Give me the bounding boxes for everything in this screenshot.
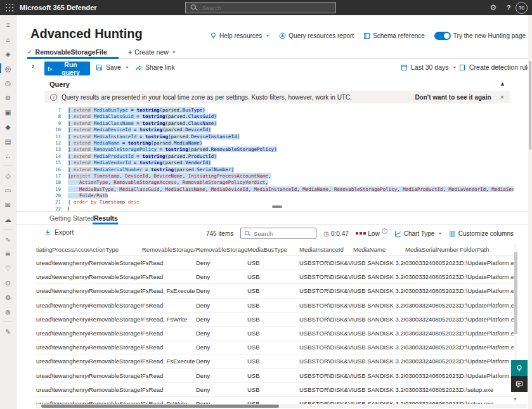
- sidebar-item-learning-hub[interactable]: ◆: [0, 119, 16, 134]
- table-row[interactable]: uread\tewanghenrych...RemovableStoragePo…: [36, 256, 514, 270]
- collapse-query-chevron[interactable]: ▲: [500, 81, 505, 87]
- sidebar-item-device-inventory[interactable]: ▭: [0, 183, 16, 197]
- create-new-tab-button[interactable]: + Create new ▼: [128, 48, 176, 56]
- code-line[interactable]: 14| extend MediaProductId = tostring(par…: [41, 152, 514, 158]
- sidebar-item-trials[interactable]: ▤: [0, 134, 16, 148]
- sidebar-item-more-resources[interactable]: ⊚: [0, 304, 16, 319]
- query-resources-report-link[interactable]: Query resources report: [279, 32, 354, 39]
- tab-getting-started[interactable]: Getting Started: [49, 214, 94, 222]
- code-line[interactable]: 15| extend MediaVendorId = tostring(pars…: [41, 158, 514, 164]
- table-row[interactable]: uread\tewanghenrych...RemovableStoragePo…: [36, 327, 514, 341]
- help-question-icon[interactable]: ?: [502, 0, 515, 15]
- column-header[interactable]: tiatingProcessAccountNa...: [36, 246, 89, 253]
- expand-schema-pane-chevron[interactable]: ›: [32, 62, 34, 70]
- close-icon[interactable]: ×: [500, 93, 504, 101]
- banner-dismiss-link[interactable]: Don't want to see it again: [415, 94, 491, 101]
- try-new-hunting-toggle[interactable]: [434, 32, 451, 40]
- results-search[interactable]: [240, 228, 316, 239]
- column-header[interactable]: RemovableStoragePolicyVer...: [196, 246, 247, 253]
- sidebar-item-threat-analytics[interactable]: ⊕: [0, 90, 16, 105]
- help-resources-link[interactable]: Help resources▼: [210, 32, 269, 39]
- code-line[interactable]: 10| extend MediaDeviceId = tostring(pars…: [41, 125, 514, 131]
- partner-catalog-icon: ∴: [6, 152, 10, 160]
- table-row[interactable]: uread\tewanghenrych...RemovableStoragePo…: [36, 354, 514, 368]
- code-token: RemovableStoragePolicy: [334, 186, 397, 192]
- sidebar-item-menu[interactable]: ≡: [0, 17, 16, 32]
- table-cell: uread\tewanghenrych...: [36, 287, 89, 294]
- page-scrollbar[interactable]: [528, 15, 532, 409]
- query-section-title: Query: [49, 81, 70, 88]
- code-line[interactable]: 8| extend MediaClassGuid = tostring(pars…: [41, 112, 514, 118]
- editor-resize-handle[interactable]: [272, 205, 282, 208]
- column-header[interactable]: MediaInstanceId: [299, 246, 353, 253]
- chart-line-icon: [394, 230, 401, 237]
- column-header[interactable]: MediaSerialNumber: [405, 246, 460, 253]
- table-cell: USBSTOR\DISK&VEN__U...: [299, 372, 353, 379]
- sidebar-item-email-collaboration[interactable]: ✉: [0, 197, 16, 212]
- global-search[interactable]: [185, 2, 336, 13]
- table-horizontal-scrollbar[interactable]: [36, 404, 528, 408]
- share-link-button[interactable]: Share link: [135, 63, 175, 71]
- chevron-down-icon: ▼: [265, 34, 269, 37]
- table-row[interactable]: uread\tewanghenrych...RemovableStoragePo…: [36, 284, 514, 298]
- tips-floating-button[interactable]: [511, 360, 528, 376]
- code-line[interactable]: 21| order by Timestamp desc: [41, 197, 514, 204]
- export-button[interactable]: Export: [44, 228, 74, 236]
- column-header[interactable]: ActionType: [89, 246, 142, 253]
- chevron-down-icon: ▼: [453, 66, 457, 69]
- code-line[interactable]: 19 MediaBusType, MediaClassGuid, MediaCl…: [41, 185, 514, 191]
- code-line[interactable]: 17|project Timestamp, DeviceId, DeviceNa…: [41, 171, 514, 178]
- sidebar-item-assets[interactable]: ◇: [0, 168, 16, 183]
- code-line[interactable]: 7| extend MediaBusType = tostring(parsed…: [41, 105, 514, 112]
- tab-results[interactable]: Results: [94, 214, 118, 222]
- table-cell: USB SANDISK 3.2GEN1 ...: [353, 316, 405, 323]
- column-header[interactable]: MediaBusType: [247, 246, 299, 253]
- code-token: Timestamp: [100, 199, 126, 205]
- code-line[interactable]: 18 ActionType, RemovableStorageAccess, R…: [41, 178, 514, 184]
- sidebar-item-incidents-alerts[interactable]: ◈: [0, 46, 16, 61]
- table-row[interactable]: uread\tewanghenrych...RemovableStoragePo…: [36, 270, 514, 284]
- sidebar-item-partner-catalog[interactable]: ∴: [0, 148, 16, 163]
- table-row[interactable]: uread\tewanghenrych...RemovableStoragePo…: [36, 299, 514, 313]
- column-header[interactable]: MediaName: [353, 246, 405, 253]
- table-row[interactable]: uread\tewanghenrych...RemovableStoragePo…: [36, 397, 514, 404]
- table-row[interactable]: uread\tewanghenrych...RemovableStoragePo…: [36, 341, 514, 354]
- table-row[interactable]: uread\tewanghenrych...RemovableStoragePo…: [36, 383, 514, 397]
- sidebar-item-customize-navigation[interactable]: ✎: [0, 324, 16, 339]
- tab-removablestoragefile[interactable]: ✓ RemovableStorageFile: [27, 48, 107, 56]
- table-row[interactable]: uread\tewanghenrych...RemovableStoragePo…: [36, 313, 514, 327]
- sidebar-item-health[interactable]: ♡: [0, 261, 16, 275]
- global-search-input[interactable]: [201, 4, 324, 12]
- customize-columns-button[interactable]: ▥ Customize columns: [449, 230, 514, 238]
- feedback-floating-button[interactable]: [511, 376, 528, 392]
- column-header[interactable]: FolderPath: [460, 246, 514, 253]
- save-button[interactable]: Save▼: [96, 63, 129, 71]
- chart-type-button[interactable]: Chart Type ▼: [394, 230, 443, 237]
- code-line[interactable]: 9| extend MediaClassName = tostring(pars…: [41, 119, 514, 125]
- code-line[interactable]: 12| extend MediaName = tostring(parsed.M…: [41, 138, 514, 145]
- scroll-down-arrow-icon[interactable]: ▼: [513, 397, 517, 401]
- run-query-button[interactable]: ▷ Run query: [44, 62, 90, 75]
- sidebar-item-audit[interactable]: ≣: [0, 246, 16, 261]
- avatar[interactable]: TC: [516, 2, 528, 14]
- sidebar-item-secure-score[interactable]: ▣: [0, 105, 16, 119]
- schema-reference-link[interactable]: Schema reference: [363, 32, 425, 39]
- time-range-button[interactable]: Last 30 days▼: [401, 63, 457, 71]
- table-row[interactable]: uread\tewanghenrych...RemovableStoragePo…: [36, 369, 514, 383]
- sidebar-item-home[interactable]: ⌂: [0, 32, 16, 46]
- sidebar-item-settings[interactable]: ⚙: [0, 290, 16, 304]
- sidebar-item-action-center[interactable]: ◷: [0, 75, 16, 90]
- sidebar-item-cloud-apps[interactable]: ☁: [0, 212, 16, 226]
- email-collaboration-icon: ✉: [5, 201, 11, 209]
- column-header[interactable]: RemovableStorageAccess: [142, 246, 196, 253]
- create-detection-rule-button[interactable]: Create detection rule: [459, 63, 531, 71]
- kusto-query-editor[interactable]: 7| extend MediaBusType = tostring(parsed…: [41, 105, 514, 211]
- gear-icon[interactable]: ⚙: [487, 0, 500, 15]
- code-line[interactable]: 13| extend RemovableStoragePolicy = tost…: [41, 145, 514, 151]
- sidebar-item-hunting[interactable]: ◎: [0, 61, 16, 75]
- sidebar-item-permissions[interactable]: ⊙: [0, 275, 16, 290]
- code-line[interactable]: 11| extend MediaInstanceId = tostring(pa…: [41, 132, 514, 138]
- waffle-icon[interactable]: [6, 4, 13, 11]
- code-line[interactable]: 16| extend MediaSerialNumber = tostring(…: [41, 165, 514, 171]
- results-search-input[interactable]: [252, 230, 308, 238]
